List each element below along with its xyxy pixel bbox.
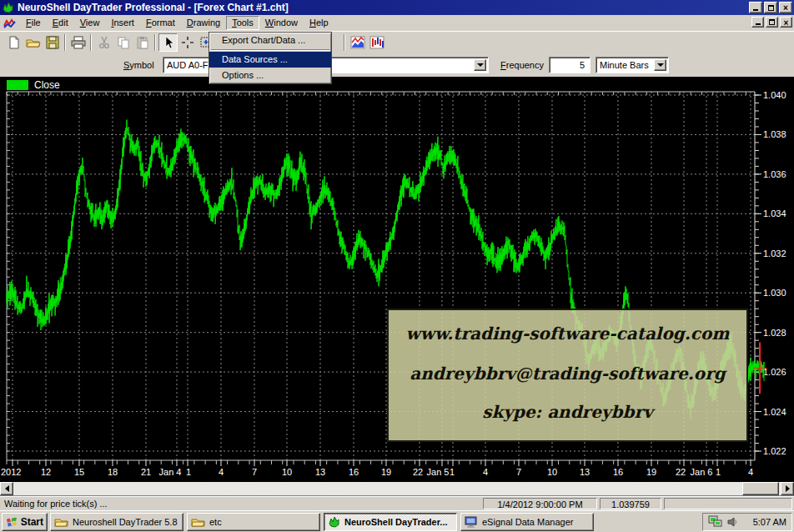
status-extra-panel <box>664 498 792 509</box>
svg-text:10: 10 <box>547 467 557 477</box>
cursor-arrow-icon <box>163 36 174 49</box>
arrow-right-icon <box>786 485 790 492</box>
crosshair-icon <box>181 36 194 49</box>
cut-button[interactable] <box>94 33 113 52</box>
menu-format[interactable]: Format <box>140 16 181 30</box>
tools-menu-popup: Export Chart/Data ... Data Sources ... O… <box>209 32 332 84</box>
bar-type-combobox[interactable]: Minute Bars <box>596 57 669 73</box>
child-close-button[interactable]: × <box>780 17 792 28</box>
menu-edit[interactable]: Edit <box>47 16 74 30</box>
toolbar <box>0 32 794 53</box>
scroll-right-button[interactable] <box>781 482 794 495</box>
taskbar-item-neuroshell-folder[interactable]: Neuroshell DayTrader 5.8 <box>50 513 183 531</box>
taskbar-item-label: NeuroShell DayTrader... <box>344 517 448 527</box>
svg-text:13: 13 <box>315 467 325 477</box>
toolbar-separator <box>154 34 156 51</box>
watermark-email: andreybbrv@trading-software.org <box>389 364 746 384</box>
menu-separator <box>211 49 329 51</box>
taskbar-item-label: etc <box>209 517 222 527</box>
svg-text:1.040: 1.040 <box>763 90 786 100</box>
menu-insert[interactable]: Insert <box>105 16 140 30</box>
status-datetime: 1/4/2012 9:00:00 PM <box>483 498 597 509</box>
close-button[interactable]: × <box>779 2 792 13</box>
watermark-box: www.trading-software-catalog.com andreyb… <box>387 309 748 442</box>
menu-bar: File Edit View Insert Format Drawing Too… <box>0 15 794 32</box>
start-label: Start <box>21 516 43 528</box>
child-minimize-button[interactable] <box>751 17 764 28</box>
printer-icon <box>71 36 86 49</box>
arrow-left-icon <box>5 485 9 492</box>
restore-icon <box>768 5 774 11</box>
svg-text:1: 1 <box>716 467 721 477</box>
bar-chart-button[interactable] <box>367 33 386 52</box>
status-bar: Waiting for price tick(s) ... 1/4/2012 9… <box>0 495 794 510</box>
save-button[interactable] <box>43 33 62 52</box>
application-window: NeuroShell DayTrader Professional - [For… <box>0 0 794 532</box>
taskbar-item-neuroshell-daytrader[interactable]: NeuroShell DayTrader... <box>324 513 457 531</box>
restore-icon <box>769 19 775 25</box>
title-bar: NeuroShell DayTrader Professional - [For… <box>0 0 794 15</box>
child-restore-button[interactable] <box>766 17 778 28</box>
scissors-icon <box>98 36 110 49</box>
svg-text:1.036: 1.036 <box>763 169 786 179</box>
symbol-label: Symbol <box>123 60 154 70</box>
volume-icon[interactable] <box>726 516 738 528</box>
document-chart-icon <box>3 18 18 29</box>
crosshair-tool-button[interactable] <box>178 33 197 52</box>
new-button[interactable] <box>4 33 23 52</box>
network-status-icon[interactable] <box>708 515 723 529</box>
restore-button[interactable] <box>764 2 777 13</box>
copy-button[interactable] <box>113 33 133 52</box>
monitor-icon <box>465 516 478 528</box>
save-floppy-icon <box>46 36 59 49</box>
svg-text:Jan 4: Jan 4 <box>159 467 182 477</box>
close-icon: × <box>783 4 788 12</box>
symbol-input[interactable]: AUD A0-FX <box>163 57 213 73</box>
bar-type-dropdown-button[interactable] <box>654 59 666 71</box>
start-button[interactable]: Start <box>2 513 48 531</box>
svg-text:12: 12 <box>41 467 51 477</box>
scrollbar-thumb[interactable] <box>742 482 779 495</box>
menu-item-options[interactable]: Options ... <box>209 68 331 83</box>
window-title: NeuroShell DayTrader Professional - [For… <box>18 2 289 13</box>
taskbar-item-esignal-data-manager[interactable]: eSignal Data Manager <box>460 513 594 531</box>
symbol-combo-dropdown-button[interactable] <box>474 59 486 71</box>
svg-text:22: 22 <box>413 467 423 477</box>
bar-chart-icon <box>369 36 384 49</box>
menu-window[interactable]: Window <box>259 16 304 30</box>
svg-text:1.022: 1.022 <box>763 446 786 456</box>
taskbar-clock: 5:07 AM <box>753 517 786 527</box>
svg-text:4: 4 <box>748 467 753 477</box>
toolbar-separator <box>90 34 92 51</box>
minimize-icon <box>753 9 758 11</box>
open-button[interactable] <box>23 33 43 52</box>
print-button[interactable] <box>68 33 88 52</box>
menu-tools[interactable]: Tools <box>226 16 259 30</box>
taskbar-item-etc-folder[interactable]: etc <box>187 513 320 531</box>
svg-text:15: 15 <box>74 467 84 477</box>
menu-view[interactable]: View <box>74 16 106 30</box>
svg-text:19: 19 <box>381 467 391 477</box>
menu-drawing[interactable]: Drawing <box>181 16 226 30</box>
svg-text:19: 19 <box>646 467 656 477</box>
svg-text:1: 1 <box>450 467 455 477</box>
menu-item-export-chart-data[interactable]: Export Chart/Data ... <box>209 33 331 48</box>
svg-text:18: 18 <box>108 467 118 477</box>
chart-horizontal-scrollbar[interactable] <box>0 482 794 495</box>
menu-item-data-sources[interactable]: Data Sources ... <box>209 52 331 68</box>
svg-text:4: 4 <box>483 467 488 477</box>
menu-file[interactable]: File <box>20 16 47 30</box>
frequency-input[interactable]: 5 <box>549 57 590 73</box>
line-chart-button[interactable] <box>348 33 367 52</box>
pointer-tool-button[interactable] <box>158 33 178 52</box>
svg-text:1.038: 1.038 <box>763 129 786 139</box>
bar-type-value: Minute Bars <box>600 60 649 70</box>
windows-logo-icon <box>6 516 18 528</box>
svg-text:16: 16 <box>613 467 623 477</box>
paste-button[interactable] <box>133 33 152 52</box>
minimize-button[interactable] <box>749 2 762 13</box>
system-tray: 5:07 AM <box>702 513 792 531</box>
menu-help[interactable]: Help <box>304 16 334 30</box>
minimize-icon <box>756 23 761 25</box>
scroll-left-button[interactable] <box>0 482 13 495</box>
